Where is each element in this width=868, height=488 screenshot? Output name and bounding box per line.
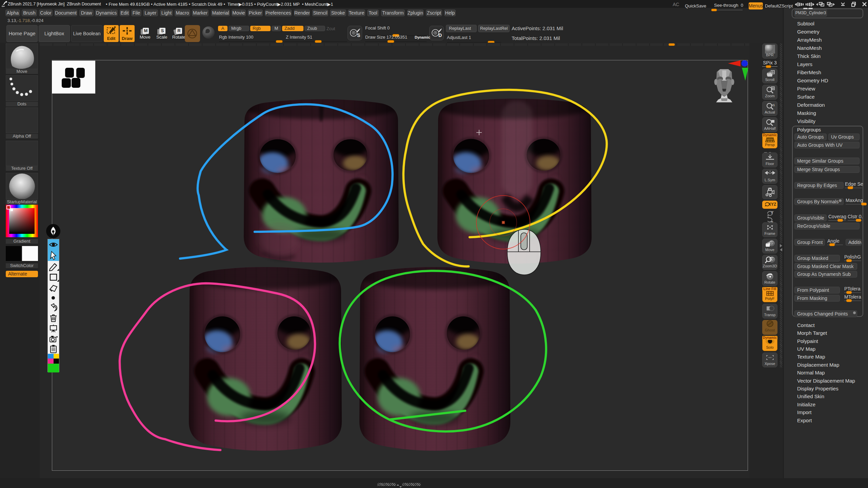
svg-text:XYZ: XYZ: [768, 202, 776, 207]
svg-text:Y: Y: [771, 211, 773, 214]
svg-text:D: D: [438, 33, 442, 38]
svg-text:S: S: [357, 33, 360, 38]
svg-text:x1: x1: [771, 103, 775, 107]
